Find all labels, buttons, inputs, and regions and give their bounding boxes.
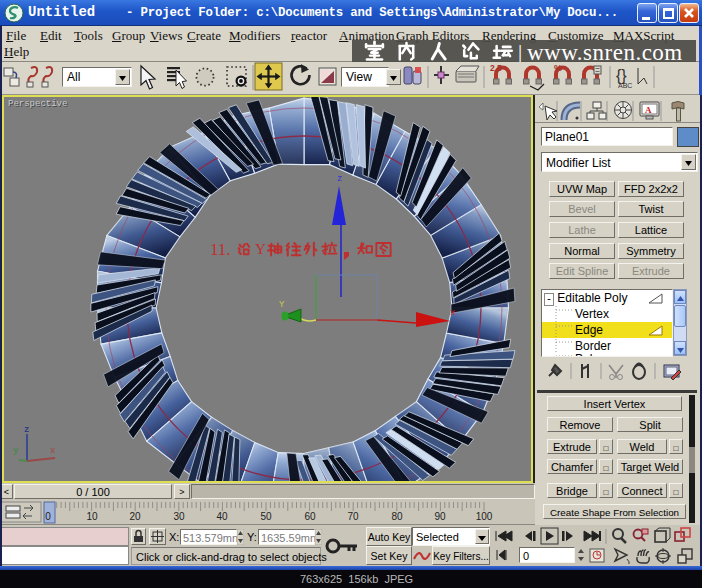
svg-text:60: 60 bbox=[304, 511, 316, 522]
svg-text:ABC: ABC bbox=[618, 82, 632, 89]
svg-text:50: 50 bbox=[260, 511, 272, 522]
svg-text:|: | bbox=[518, 40, 522, 64]
svg-text:x: x bbox=[450, 308, 455, 318]
svg-text:z: z bbox=[24, 425, 29, 435]
svg-text:20: 20 bbox=[129, 511, 141, 522]
svg-text:0: 0 bbox=[45, 511, 51, 522]
svg-text:100: 100 bbox=[476, 511, 493, 522]
svg-text:30: 30 bbox=[173, 511, 185, 522]
svg-text:90: 90 bbox=[434, 511, 446, 522]
svg-text:Y: Y bbox=[279, 300, 285, 310]
svg-text:%: % bbox=[554, 63, 562, 73]
svg-text:70: 70 bbox=[347, 511, 359, 522]
svg-text:10: 10 bbox=[86, 511, 98, 522]
svg-text:z: z bbox=[337, 174, 342, 184]
svg-text:x: x bbox=[50, 446, 56, 456]
svg-text:y: y bbox=[13, 446, 19, 456]
svg-text:Y: Y bbox=[255, 241, 266, 257]
svg-text:A: A bbox=[645, 105, 652, 115]
svg-text:11.: 11. bbox=[210, 240, 231, 259]
svg-text:2.5: 2.5 bbox=[490, 63, 502, 73]
svg-text:40: 40 bbox=[216, 511, 228, 522]
svg-text:80: 80 bbox=[391, 511, 403, 522]
